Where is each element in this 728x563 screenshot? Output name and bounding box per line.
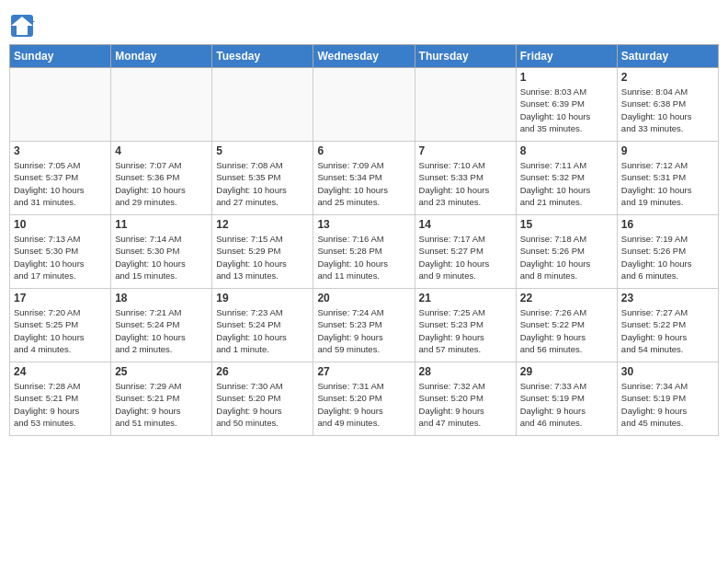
day-info: Sunrise: 7:27 AM Sunset: 5:22 PM Dayligh… (621, 306, 714, 355)
day-info: Sunrise: 7:31 AM Sunset: 5:20 PM Dayligh… (317, 380, 410, 429)
calendar-cell: 17Sunrise: 7:20 AM Sunset: 5:25 PM Dayli… (10, 289, 111, 362)
day-number: 23 (621, 292, 714, 304)
calendar-cell: 23Sunrise: 7:27 AM Sunset: 5:22 PM Dayli… (617, 289, 718, 362)
day-info: Sunrise: 7:10 AM Sunset: 5:33 PM Dayligh… (419, 159, 512, 208)
logo (9, 9, 37, 39)
calendar-cell: 27Sunrise: 7:31 AM Sunset: 5:20 PM Dayli… (313, 362, 415, 436)
calendar-week-2: 3Sunrise: 7:05 AM Sunset: 5:37 PM Daylig… (10, 142, 719, 215)
calendar-cell: 15Sunrise: 7:18 AM Sunset: 5:26 PM Dayli… (516, 215, 617, 289)
calendar-cell: 6Sunrise: 7:09 AM Sunset: 5:34 PM Daylig… (313, 142, 415, 215)
day-number: 19 (216, 292, 309, 304)
calendar-cell: 11Sunrise: 7:14 AM Sunset: 5:30 PM Dayli… (111, 215, 212, 289)
day-info: Sunrise: 7:25 AM Sunset: 5:23 PM Dayligh… (419, 306, 512, 355)
day-number: 10 (14, 218, 107, 231)
day-info: Sunrise: 7:19 AM Sunset: 5:26 PM Dayligh… (621, 233, 714, 282)
day-number: 7 (419, 144, 512, 157)
day-info: Sunrise: 7:17 AM Sunset: 5:27 PM Dayligh… (419, 233, 512, 282)
calendar-cell (111, 68, 212, 142)
calendar-cell: 12Sunrise: 7:15 AM Sunset: 5:29 PM Dayli… (212, 215, 313, 289)
day-info: Sunrise: 8:03 AM Sunset: 6:39 PM Dayligh… (520, 86, 613, 134)
logo-icon (9, 13, 35, 39)
day-number: 22 (520, 292, 613, 304)
day-number: 24 (14, 365, 107, 378)
day-number: 25 (115, 365, 208, 378)
day-number: 3 (14, 144, 107, 157)
weekday-header-sunday: Sunday (10, 45, 111, 68)
calendar-cell: 18Sunrise: 7:21 AM Sunset: 5:24 PM Dayli… (111, 289, 212, 362)
weekday-header-friday: Friday (516, 45, 617, 68)
calendar-cell: 7Sunrise: 7:10 AM Sunset: 5:33 PM Daylig… (415, 142, 516, 215)
day-number: 13 (317, 218, 410, 231)
calendar-cell: 26Sunrise: 7:30 AM Sunset: 5:20 PM Dayli… (212, 362, 313, 436)
day-info: Sunrise: 7:28 AM Sunset: 5:21 PM Dayligh… (14, 380, 107, 429)
day-number: 17 (14, 292, 107, 304)
calendar-cell: 24Sunrise: 7:28 AM Sunset: 5:21 PM Dayli… (10, 362, 111, 436)
calendar-cell: 5Sunrise: 7:08 AM Sunset: 5:35 PM Daylig… (212, 142, 313, 215)
day-number: 16 (621, 218, 714, 231)
day-number: 8 (520, 144, 613, 157)
calendar-cell: 10Sunrise: 7:13 AM Sunset: 5:30 PM Dayli… (10, 215, 111, 289)
day-info: Sunrise: 7:20 AM Sunset: 5:25 PM Dayligh… (14, 306, 107, 355)
day-number: 11 (115, 218, 208, 231)
weekday-header-wednesday: Wednesday (313, 45, 415, 68)
day-info: Sunrise: 7:23 AM Sunset: 5:24 PM Dayligh… (216, 306, 309, 355)
day-info: Sunrise: 7:16 AM Sunset: 5:28 PM Dayligh… (317, 233, 410, 282)
day-number: 5 (216, 144, 309, 157)
day-info: Sunrise: 7:21 AM Sunset: 5:24 PM Dayligh… (115, 306, 208, 355)
calendar-week-4: 17Sunrise: 7:20 AM Sunset: 5:25 PM Dayli… (10, 289, 719, 362)
day-number: 2 (621, 71, 714, 84)
calendar-cell: 25Sunrise: 7:29 AM Sunset: 5:21 PM Dayli… (111, 362, 212, 436)
day-info: Sunrise: 7:32 AM Sunset: 5:20 PM Dayligh… (419, 380, 512, 429)
day-number: 9 (621, 144, 714, 157)
weekday-header-tuesday: Tuesday (212, 45, 313, 68)
day-info: Sunrise: 7:30 AM Sunset: 5:20 PM Dayligh… (216, 380, 309, 429)
day-number: 27 (317, 365, 410, 378)
calendar-cell: 29Sunrise: 7:33 AM Sunset: 5:19 PM Dayli… (516, 362, 617, 436)
day-info: Sunrise: 7:29 AM Sunset: 5:21 PM Dayligh… (115, 380, 208, 429)
calendar-week-3: 10Sunrise: 7:13 AM Sunset: 5:30 PM Dayli… (10, 215, 719, 289)
weekday-header-row: SundayMondayTuesdayWednesdayThursdayFrid… (10, 45, 719, 68)
day-number: 6 (317, 144, 410, 157)
calendar-cell: 28Sunrise: 7:32 AM Sunset: 5:20 PM Dayli… (415, 362, 516, 436)
calendar-cell: 8Sunrise: 7:11 AM Sunset: 5:32 PM Daylig… (516, 142, 617, 215)
calendar-cell: 3Sunrise: 7:05 AM Sunset: 5:37 PM Daylig… (10, 142, 111, 215)
day-info: Sunrise: 7:26 AM Sunset: 5:22 PM Dayligh… (520, 306, 613, 355)
day-info: Sunrise: 7:15 AM Sunset: 5:29 PM Dayligh… (216, 233, 309, 282)
calendar-cell: 4Sunrise: 7:07 AM Sunset: 5:36 PM Daylig… (111, 142, 212, 215)
calendar-cell: 9Sunrise: 7:12 AM Sunset: 5:31 PM Daylig… (617, 142, 718, 215)
calendar-cell: 30Sunrise: 7:34 AM Sunset: 5:19 PM Dayli… (617, 362, 718, 436)
weekday-header-thursday: Thursday (415, 45, 516, 68)
day-info: Sunrise: 7:34 AM Sunset: 5:19 PM Dayligh… (621, 380, 714, 429)
day-info: Sunrise: 7:08 AM Sunset: 5:35 PM Dayligh… (216, 159, 309, 208)
day-number: 20 (317, 292, 410, 304)
day-number: 30 (621, 365, 714, 378)
calendar-cell (313, 68, 415, 142)
day-number: 18 (115, 292, 208, 304)
page-container: SundayMondayTuesdayWednesdayThursdayFrid… (9, 9, 719, 436)
day-number: 4 (115, 144, 208, 157)
day-info: Sunrise: 7:07 AM Sunset: 5:36 PM Dayligh… (115, 159, 208, 208)
calendar-week-1: 1Sunrise: 8:03 AM Sunset: 6:39 PM Daylig… (10, 68, 719, 142)
day-number: 1 (520, 71, 613, 84)
calendar-cell: 1Sunrise: 8:03 AM Sunset: 6:39 PM Daylig… (516, 68, 617, 142)
day-info: Sunrise: 7:33 AM Sunset: 5:19 PM Dayligh… (520, 380, 613, 429)
calendar-cell: 20Sunrise: 7:24 AM Sunset: 5:23 PM Dayli… (313, 289, 415, 362)
calendar-cell (212, 68, 313, 142)
day-number: 14 (419, 218, 512, 231)
calendar-week-5: 24Sunrise: 7:28 AM Sunset: 5:21 PM Dayli… (10, 362, 719, 436)
day-info: Sunrise: 7:24 AM Sunset: 5:23 PM Dayligh… (317, 306, 410, 355)
calendar-cell: 22Sunrise: 7:26 AM Sunset: 5:22 PM Dayli… (516, 289, 617, 362)
day-number: 29 (520, 365, 613, 378)
day-number: 15 (520, 218, 613, 231)
calendar-table: SundayMondayTuesdayWednesdayThursdayFrid… (9, 44, 719, 436)
calendar-cell: 19Sunrise: 7:23 AM Sunset: 5:24 PM Dayli… (212, 289, 313, 362)
calendar-cell (10, 68, 111, 142)
calendar-cell: 2Sunrise: 8:04 AM Sunset: 6:38 PM Daylig… (617, 68, 718, 142)
day-info: Sunrise: 7:14 AM Sunset: 5:30 PM Dayligh… (115, 233, 208, 282)
calendar-cell: 14Sunrise: 7:17 AM Sunset: 5:27 PM Dayli… (415, 215, 516, 289)
day-info: Sunrise: 7:13 AM Sunset: 5:30 PM Dayligh… (14, 233, 107, 282)
day-number: 28 (419, 365, 512, 378)
calendar-cell: 13Sunrise: 7:16 AM Sunset: 5:28 PM Dayli… (313, 215, 415, 289)
day-info: Sunrise: 7:09 AM Sunset: 5:34 PM Dayligh… (317, 159, 410, 208)
calendar-cell (415, 68, 516, 142)
